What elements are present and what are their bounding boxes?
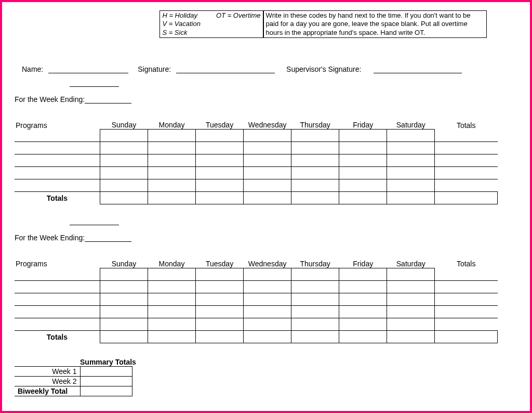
table-cell[interactable] bbox=[100, 293, 148, 305]
table-cell[interactable] bbox=[100, 179, 148, 192]
table-cell[interactable] bbox=[387, 192, 435, 204]
week2-ending-field[interactable] bbox=[85, 235, 131, 242]
summary-week1-value[interactable] bbox=[80, 366, 132, 376]
table-cell[interactable] bbox=[196, 179, 244, 192]
table-cell[interactable] bbox=[339, 280, 387, 293]
table-cell[interactable] bbox=[148, 280, 195, 293]
table-cell[interactable] bbox=[148, 154, 195, 167]
table-cell[interactable] bbox=[435, 192, 498, 204]
table-cell[interactable] bbox=[196, 280, 244, 293]
table-cell[interactable] bbox=[291, 305, 339, 318]
table-cell[interactable] bbox=[196, 154, 244, 167]
signature-field[interactable] bbox=[176, 66, 275, 73]
table-cell[interactable] bbox=[196, 293, 244, 305]
table-cell[interactable] bbox=[148, 305, 195, 318]
table-cell[interactable] bbox=[339, 142, 387, 154]
table-cell[interactable] bbox=[339, 305, 387, 318]
table-cell[interactable] bbox=[291, 179, 339, 192]
week1-prefield[interactable] bbox=[70, 80, 119, 87]
table-cell[interactable] bbox=[148, 167, 195, 179]
table-cell[interactable] bbox=[244, 318, 291, 330]
table-cell[interactable] bbox=[291, 154, 339, 167]
table-cell[interactable] bbox=[387, 167, 435, 179]
table-cell[interactable] bbox=[148, 318, 195, 330]
table-cell[interactable] bbox=[387, 330, 435, 343]
table-cell[interactable] bbox=[291, 293, 339, 305]
table-cell[interactable] bbox=[339, 167, 387, 179]
table-cell[interactable] bbox=[339, 330, 387, 343]
table-cell[interactable] bbox=[387, 280, 435, 293]
table-cell[interactable] bbox=[100, 192, 148, 204]
table-cell[interactable] bbox=[339, 179, 387, 192]
table-cell[interactable] bbox=[148, 192, 195, 204]
table-cell[interactable] bbox=[435, 330, 498, 343]
table-cell[interactable] bbox=[100, 305, 148, 318]
table-cell[interactable] bbox=[339, 130, 387, 142]
week1-ending-field[interactable] bbox=[85, 96, 131, 104]
table-cell[interactable] bbox=[291, 167, 339, 179]
table-cell[interactable] bbox=[244, 154, 291, 167]
table-cell[interactable] bbox=[387, 154, 435, 167]
table-cell[interactable] bbox=[100, 154, 148, 167]
table-cell[interactable] bbox=[244, 280, 291, 293]
table-cell[interactable] bbox=[244, 293, 291, 305]
table-cell[interactable] bbox=[339, 293, 387, 305]
table-cell[interactable] bbox=[100, 142, 148, 154]
table-cell[interactable] bbox=[387, 179, 435, 192]
table-cell[interactable] bbox=[196, 167, 244, 179]
table-cell[interactable] bbox=[244, 268, 291, 280]
table-cell[interactable] bbox=[387, 318, 435, 330]
table-cell[interactable] bbox=[244, 142, 291, 154]
table-cell[interactable] bbox=[387, 305, 435, 318]
table-cell[interactable] bbox=[291, 318, 339, 330]
table-cell[interactable] bbox=[100, 318, 148, 330]
table-cell[interactable] bbox=[339, 154, 387, 167]
summary-biweekly-value[interactable] bbox=[80, 386, 132, 396]
table-cell[interactable] bbox=[387, 130, 435, 142]
table-cell[interactable] bbox=[291, 192, 339, 204]
table-cell[interactable] bbox=[291, 268, 339, 280]
table-cell[interactable] bbox=[100, 280, 148, 293]
table-cell[interactable] bbox=[244, 305, 291, 318]
table-cell[interactable] bbox=[196, 330, 244, 343]
row-totals-label: Totals bbox=[15, 192, 100, 204]
table-cell[interactable] bbox=[100, 268, 148, 280]
table-cell[interactable] bbox=[387, 268, 435, 280]
table-cell[interactable] bbox=[148, 330, 195, 343]
table-cell[interactable] bbox=[387, 293, 435, 305]
table-cell[interactable] bbox=[196, 192, 244, 204]
table-cell[interactable] bbox=[291, 130, 339, 142]
table-cell[interactable] bbox=[196, 130, 244, 142]
table-cell[interactable] bbox=[100, 130, 148, 142]
table-cell[interactable] bbox=[387, 142, 435, 154]
table-cell[interactable] bbox=[100, 330, 148, 343]
table-cell[interactable] bbox=[244, 130, 291, 142]
summary-week2-label: Week 2 bbox=[15, 376, 80, 386]
table-cell[interactable] bbox=[291, 330, 339, 343]
table-cell[interactable] bbox=[148, 142, 195, 154]
table-cell[interactable] bbox=[196, 268, 244, 280]
table-cell[interactable] bbox=[339, 192, 387, 204]
table-cell[interactable] bbox=[100, 167, 148, 179]
supervisor-field[interactable] bbox=[374, 66, 462, 73]
table-cell[interactable] bbox=[244, 330, 291, 343]
name-field[interactable] bbox=[48, 66, 128, 73]
table-cell[interactable] bbox=[148, 293, 195, 305]
table-cell[interactable] bbox=[339, 268, 387, 280]
table-cell[interactable] bbox=[291, 280, 339, 293]
table-cell[interactable] bbox=[196, 318, 244, 330]
week2-prefield[interactable] bbox=[70, 218, 119, 225]
table-cell[interactable] bbox=[196, 305, 244, 318]
table-cell[interactable] bbox=[148, 130, 195, 142]
code-sick: S = Sick bbox=[162, 29, 260, 37]
table-cell[interactable] bbox=[244, 167, 291, 179]
table-cell[interactable] bbox=[244, 179, 291, 192]
table-cell[interactable] bbox=[339, 318, 387, 330]
table-cell[interactable] bbox=[244, 192, 291, 204]
table-cell[interactable] bbox=[291, 142, 339, 154]
instructions-box: Write in these codes by hand next to the… bbox=[263, 10, 487, 38]
table-cell[interactable] bbox=[148, 179, 195, 192]
summary-week2-value[interactable] bbox=[80, 376, 132, 386]
table-cell[interactable] bbox=[196, 142, 244, 154]
table-cell[interactable] bbox=[148, 268, 195, 280]
